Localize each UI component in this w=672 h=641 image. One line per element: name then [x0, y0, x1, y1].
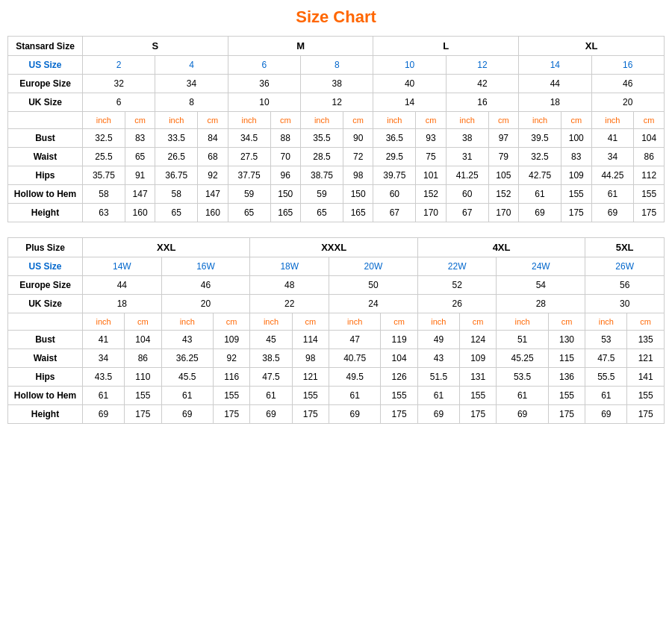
us-size-6: 6	[228, 56, 300, 75]
hollow-label: Hollow to Hem	[8, 185, 83, 204]
bust-v2: 33.5	[155, 129, 198, 148]
plus-us-18w: 18W	[250, 257, 329, 276]
unit-cm-7: cm	[561, 112, 591, 129]
eu-44: 44	[519, 75, 591, 93]
bust-v5: 88	[270, 129, 301, 148]
bust-label: Bust	[8, 129, 83, 148]
uk-10: 10	[228, 93, 300, 112]
unit-cm-1: cm	[125, 112, 155, 129]
standard-m-header: M	[228, 37, 373, 56]
eu-42: 42	[446, 75, 518, 93]
standard-height-row: Height 63 160 65 160 65 165 65 165 67 17…	[8, 204, 665, 222]
unit-inch-2: inch	[155, 112, 198, 129]
unit-cm-4: cm	[343, 112, 373, 129]
standard-size-chart: Stansard Size S M L XL US Size 2 4 6 8 1…	[7, 36, 665, 222]
bust-v14: 41	[591, 129, 634, 148]
plus-header-label: Plus Size	[8, 238, 83, 257]
plus-unit-spacer	[8, 313, 83, 331]
plus-hollow-row: Hollow to Hem 61 155 61 155 61 155 61 15…	[8, 387, 665, 405]
plus-4xl-header: 4XL	[417, 238, 585, 257]
bust-v1: 83	[125, 129, 155, 148]
uk-12: 12	[301, 93, 373, 112]
plus-us-size-label: US Size	[8, 257, 83, 276]
us-size-12: 12	[446, 56, 518, 75]
uk-14: 14	[373, 93, 446, 112]
plus-us-20w: 20W	[329, 257, 418, 276]
eu-32: 32	[83, 75, 155, 93]
unit-inch-6: inch	[446, 112, 488, 129]
bust-v3: 84	[198, 129, 228, 148]
standard-bust-row: Bust 32.5 83 33.5 84 34.5 88 35.5 90 36.…	[8, 129, 665, 148]
plus-height-label: Height	[8, 405, 83, 424]
plus-waist-label: Waist	[8, 349, 83, 368]
unit-inch-1: inch	[83, 112, 125, 129]
unit-spacer	[8, 112, 83, 129]
bust-v7: 90	[343, 129, 373, 148]
standard-header-label: Stansard Size	[8, 37, 83, 56]
us-size-2: 2	[83, 56, 155, 75]
unit-inch-5: inch	[373, 112, 416, 129]
standard-table: Stansard Size S M L XL US Size 2 4 6 8 1…	[7, 36, 665, 222]
unit-cm-8: cm	[634, 112, 665, 129]
plus-bust-row: Bust 41 104 43 109 45 114 47 119 49 124 …	[8, 331, 665, 349]
plus-hips-label: Hips	[8, 368, 83, 387]
bust-v13: 100	[561, 129, 591, 148]
unit-inch-7: inch	[519, 112, 561, 129]
uk-18: 18	[519, 93, 591, 112]
uk-20: 20	[591, 93, 664, 112]
uk-6: 6	[83, 93, 155, 112]
bust-v9: 93	[416, 129, 447, 148]
eu-46: 46	[591, 75, 664, 93]
unit-cm-5: cm	[416, 112, 447, 129]
bust-v15: 104	[634, 129, 665, 148]
eu-34: 34	[155, 75, 228, 93]
plus-height-row: Height 69 175 69 175 69 175 69 175 69 17…	[8, 405, 665, 424]
standard-hips-row: Hips 35.75 91 36.75 92 37.75 96 38.75 98…	[8, 166, 665, 185]
uk-size-label: UK Size	[8, 93, 83, 112]
unit-cm-3: cm	[270, 112, 301, 129]
europe-size-label: Europe Size	[8, 75, 83, 93]
plus-size-chart: Plus Size XXL XXXL 4XL 5XL US Size 14W 1…	[7, 237, 665, 424]
plus-us-22w: 22W	[417, 257, 497, 276]
us-size-10: 10	[373, 56, 446, 75]
eu-40: 40	[373, 75, 446, 93]
plus-uk-label: UK Size	[8, 295, 83, 313]
eu-36: 36	[228, 75, 300, 93]
plus-us-26w: 26W	[585, 257, 665, 276]
plus-bust-label: Bust	[8, 331, 83, 349]
plus-europe-label: Europe Size	[8, 276, 83, 295]
bust-v12: 39.5	[519, 129, 561, 148]
bust-v4: 34.5	[228, 129, 270, 148]
eu-38: 38	[301, 75, 373, 93]
height-label: Height	[8, 204, 83, 222]
standard-waist-row: Waist 25.5 65 26.5 68 27.5 70 28.5 72 29…	[8, 148, 665, 166]
us-size-8: 8	[301, 56, 373, 75]
us-size-14: 14	[519, 56, 591, 75]
plus-xxl-header: XXL	[83, 238, 250, 257]
plus-xxxl-header: XXXL	[250, 238, 417, 257]
unit-inch-3: inch	[228, 112, 270, 129]
standard-l-header: L	[373, 37, 519, 56]
plus-hips-row: Hips 43.5 110 45.5 116 47.5 121 49.5 126…	[8, 368, 665, 387]
bust-v10: 38	[446, 129, 488, 148]
unit-cm-2: cm	[198, 112, 228, 129]
plus-hollow-label: Hollow to Hem	[8, 387, 83, 405]
uk-8: 8	[155, 93, 228, 112]
standard-xl-header: XL	[519, 37, 665, 56]
bust-v0: 32.5	[83, 129, 125, 148]
unit-inch-8: inch	[591, 112, 634, 129]
waist-label: Waist	[8, 148, 83, 166]
bust-v6: 35.5	[301, 129, 343, 148]
plus-us-16w: 16W	[161, 257, 250, 276]
plus-5xl-header: 5XL	[585, 238, 665, 257]
us-size-label: US Size	[8, 56, 83, 75]
unit-inch-4: inch	[301, 112, 343, 129]
plus-waist-row: Waist 34 86 36.25 92 38.5 98 40.75 104 4…	[8, 349, 665, 368]
unit-cm-6: cm	[488, 112, 519, 129]
bust-v11: 97	[488, 129, 519, 148]
hips-label: Hips	[8, 166, 83, 185]
plus-us-14w: 14W	[83, 257, 162, 276]
us-size-4: 4	[155, 56, 228, 75]
standard-s-header: S	[83, 37, 228, 56]
us-size-16: 16	[591, 56, 664, 75]
